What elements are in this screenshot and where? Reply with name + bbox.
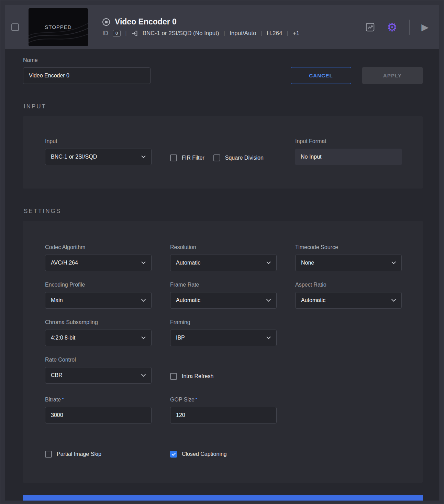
framing-select[interactable]: IBP bbox=[170, 330, 277, 346]
preview-thumbnail: STOPPED bbox=[29, 8, 88, 46]
chevron-down-icon bbox=[266, 335, 271, 339]
closed-captioning-check-item: Closed Captioning bbox=[170, 451, 277, 458]
footer-accent-bar bbox=[23, 495, 423, 501]
name-row: Name CANCEL APPLY bbox=[23, 57, 423, 84]
meta-separator: | bbox=[261, 30, 262, 37]
encoding-profile-group: Encoding Profile Main bbox=[45, 282, 152, 309]
partial-image-skip-checkbox[interactable] bbox=[45, 451, 52, 458]
input-format-text: No Input bbox=[301, 154, 321, 160]
header-actions: ⚙ ▶ bbox=[365, 20, 429, 35]
timecode-source-value: None bbox=[301, 260, 314, 266]
partial-image-skip-check-item: Partial Image Skip bbox=[45, 451, 152, 458]
fir-filter-check-item: FIR Filter bbox=[170, 154, 204, 161]
play-icon: ▶ bbox=[421, 22, 429, 32]
input-panel: Input BNC-1 or 2SI/SQD FIR Filter Square… bbox=[23, 116, 423, 189]
chroma-subsampling-select[interactable]: 4:2:0 8-bit bbox=[45, 330, 152, 346]
fir-filter-checkbox[interactable] bbox=[170, 154, 177, 161]
closed-captioning-checkbox[interactable] bbox=[170, 451, 177, 458]
framing-label: Framing bbox=[170, 319, 277, 325]
bitrate-label: Bitrate bbox=[45, 395, 152, 403]
chevron-down-icon bbox=[391, 297, 396, 302]
framing-value: IBP bbox=[176, 335, 185, 341]
input-format-group: Input Format No Input bbox=[295, 138, 402, 166]
start-encoder-button[interactable]: ▶ bbox=[421, 22, 429, 32]
bitrate-group: Bitrate bbox=[45, 395, 152, 423]
partial-image-skip-label[interactable]: Partial Image Skip bbox=[57, 451, 101, 457]
intra-refresh-checkbox[interactable] bbox=[170, 373, 177, 380]
aspect-ratio-select[interactable]: Automatic bbox=[295, 292, 402, 309]
meta-codec: H.264 bbox=[267, 30, 282, 37]
input-label: Input bbox=[45, 138, 152, 144]
square-division-check-item: Square Division bbox=[213, 154, 264, 161]
codec-algorithm-select[interactable]: AVC/H.264 bbox=[45, 255, 152, 271]
timecode-source-select[interactable]: None bbox=[295, 255, 402, 271]
chevron-down-icon bbox=[141, 297, 146, 302]
select-encoder-checkbox[interactable] bbox=[11, 23, 19, 31]
cancel-button[interactable]: CANCEL bbox=[291, 67, 351, 84]
encoding-profile-value: Main bbox=[51, 297, 63, 303]
encoding-profile-select[interactable]: Main bbox=[45, 292, 152, 309]
aspect-ratio-label: Aspect Ratio bbox=[295, 282, 402, 288]
meta-separator: | bbox=[125, 30, 126, 37]
frame-rate-select[interactable]: Automatic bbox=[170, 292, 277, 309]
meta-separator: | bbox=[224, 30, 225, 37]
chevron-down-icon bbox=[266, 260, 271, 264]
frame-rate-group: Frame Rate Automatic bbox=[170, 282, 277, 309]
input-select[interactable]: BNC-1 or 2SI/SQD bbox=[45, 149, 152, 165]
header-divider bbox=[409, 20, 410, 35]
apply-button[interactable]: APPLY bbox=[362, 67, 423, 84]
form-actions: CANCEL APPLY bbox=[291, 67, 423, 84]
rate-control-label: Rate Control bbox=[45, 357, 152, 363]
chroma-subsampling-value: 4:2:0 8-bit bbox=[51, 335, 75, 341]
input-select-value: BNC-1 or 2SI/SQD bbox=[51, 154, 97, 160]
chart-icon bbox=[365, 22, 375, 32]
header-bar: STOPPED Video Encoder 0 ID 0 | BNC-1 bbox=[5, 5, 439, 49]
chevron-down-icon bbox=[141, 372, 146, 377]
name-input[interactable] bbox=[23, 67, 151, 84]
chevron-down-icon bbox=[266, 297, 271, 302]
codec-algorithm-value: AVC/H.264 bbox=[51, 260, 78, 266]
codec-algorithm-group: Codec Algorithm AVC/H.264 bbox=[45, 244, 152, 271]
gear-icon: ⚙ bbox=[387, 21, 397, 33]
fir-filter-label[interactable]: FIR Filter bbox=[182, 155, 204, 161]
input-filter-checks: FIR Filter Square Division bbox=[170, 150, 277, 166]
meta-row: ID 0 | BNC-1 or 2SI/SQD (No Input) | Inp… bbox=[102, 30, 299, 37]
rate-control-group: Rate Control CBR bbox=[45, 357, 152, 385]
resolution-select[interactable]: Automatic bbox=[170, 255, 277, 271]
frame-rate-label: Frame Rate bbox=[170, 282, 277, 288]
timecode-source-group: Timecode Source None bbox=[295, 244, 402, 271]
stats-chart-button[interactable] bbox=[365, 22, 375, 32]
chevron-down-icon bbox=[391, 260, 396, 264]
gop-size-label: GOP Size bbox=[170, 395, 277, 403]
input-format-value: No Input bbox=[295, 149, 402, 165]
settings-gear-button[interactable]: ⚙ bbox=[387, 21, 397, 33]
name-label: Name bbox=[23, 57, 151, 63]
bitrate-input[interactable] bbox=[45, 407, 152, 423]
stopped-status-icon bbox=[102, 18, 110, 26]
closed-captioning-label[interactable]: Closed Captioning bbox=[182, 451, 227, 457]
id-badge: 0 bbox=[113, 30, 121, 37]
page-title: Video Encoder 0 bbox=[115, 17, 177, 26]
square-division-label[interactable]: Square Division bbox=[225, 155, 264, 161]
thumbnail-status-label: STOPPED bbox=[45, 24, 71, 30]
aspect-ratio-group: Aspect Ratio Automatic bbox=[295, 282, 402, 309]
gop-size-group: GOP Size bbox=[170, 395, 277, 423]
meta-more-count[interactable]: +1 bbox=[293, 30, 299, 37]
rate-control-select[interactable]: CBR bbox=[45, 367, 152, 384]
encoding-profile-label: Encoding Profile bbox=[45, 282, 152, 288]
meta-separator: | bbox=[287, 30, 288, 37]
chroma-subsampling-label: Chroma Subsampling bbox=[45, 319, 152, 325]
aspect-ratio-value: Automatic bbox=[301, 297, 325, 303]
resolution-value: Automatic bbox=[176, 260, 200, 266]
resolution-label: Resolution bbox=[170, 244, 277, 250]
settings-section-heading: SETTINGS bbox=[24, 208, 423, 215]
input-source-icon bbox=[131, 30, 138, 37]
timecode-source-label: Timecode Source bbox=[295, 244, 402, 250]
square-division-checkbox[interactable] bbox=[213, 154, 220, 161]
meta-input-source: BNC-1 or 2SI/SQD (No Input) bbox=[143, 30, 219, 37]
intra-refresh-label[interactable]: Intra Refresh bbox=[182, 373, 213, 379]
id-label: ID bbox=[102, 30, 108, 37]
chevron-down-icon bbox=[141, 335, 146, 339]
header-info: Video Encoder 0 ID 0 | BNC-1 or 2SI/SQD … bbox=[102, 17, 299, 37]
gop-size-input[interactable] bbox=[170, 407, 277, 423]
